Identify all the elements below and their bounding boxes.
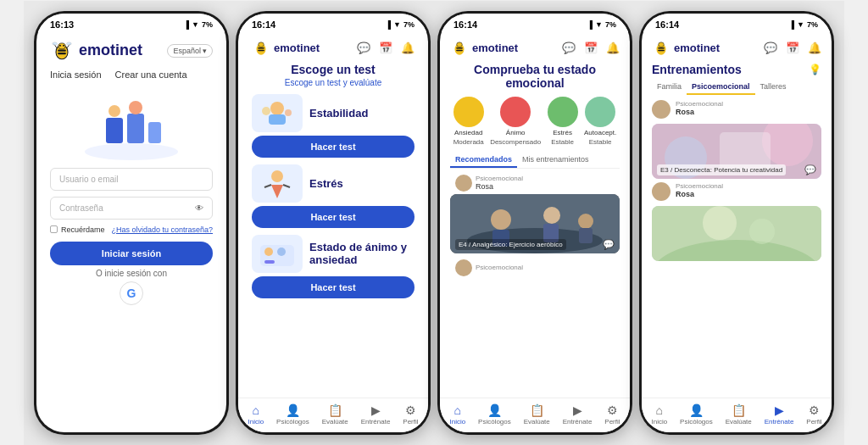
nav-profile-3[interactable]: ⚙ Perfil [604, 403, 620, 426]
test-card-stability: Estabilidad Hacer test [252, 94, 415, 158]
signup-link[interactable]: Crear una cuenta [115, 70, 187, 80]
nav-home-3[interactable]: ⌂ Inicio [449, 403, 465, 426]
signal-icon: ▐ [184, 20, 189, 29]
email-input[interactable]: Usuario o email [50, 168, 213, 191]
nav-profile-4[interactable]: ⚙ Perfil [806, 403, 821, 426]
eye-icon[interactable]: 👁 [195, 203, 203, 213]
emotional-screen: emotinet 💬 📅 🔔 Comprueba tu estado emoci… [440, 32, 630, 398]
comment-icon-t1[interactable]: 💬 [804, 164, 816, 175]
svg-point-4 [58, 42, 65, 48]
calendar-icon-4[interactable]: 📅 [786, 42, 799, 54]
bottom-nav-2: ⌂ Inicio 👤 Psicólogos 📋 Evalúate ▶ Entré… [238, 398, 428, 432]
remember-label: Recuérdame [61, 225, 105, 234]
tab-recommended[interactable]: Recomendados [450, 153, 517, 168]
login-button[interactable]: Iniciar sesión [50, 242, 213, 265]
training-tag-2: Psicoemocional [676, 182, 821, 190]
chat-icon[interactable]: 💬 [357, 42, 370, 54]
remember-checkbox[interactable] [50, 225, 58, 233]
google-signin-button[interactable]: G [50, 281, 213, 305]
nav-evaluate-4[interactable]: 📋 Evalúate [726, 403, 752, 426]
status-icons-3: ▐ ▼ 7% [587, 20, 616, 29]
anxiety-circle [453, 97, 484, 127]
gear-icon-4: ⚙ [809, 403, 820, 417]
or-text: O inicie sesión con [50, 269, 213, 278]
nav-home-2[interactable]: ⌂ Inicio [248, 403, 264, 426]
test-screen-subtitle: Escoge un test y evalúate [252, 78, 415, 87]
login-logo: emotinet Español ▾ [50, 39, 213, 63]
stress-art [256, 166, 298, 200]
training-img-1[interactable]: E3 / Desconecta: Potencia tu creatividad… [652, 124, 821, 179]
emotion-anxiety: Ansiedad Moderada [453, 97, 484, 146]
calendar-icon[interactable]: 📅 [379, 42, 392, 54]
remember-row: Recuérdame ¿Has olvidado tu contraseña? [50, 225, 213, 234]
login-screen: emotinet Español ▾ Inicia sesión Crear u… [36, 32, 226, 432]
nav-evaluate-2[interactable]: 📋 Evalúate [322, 403, 348, 426]
svg-rect-27 [264, 260, 275, 264]
training-img-2[interactable] [652, 206, 821, 261]
training-name-1: Rosa [676, 108, 821, 116]
nav-train-4[interactable]: ▶ Entrénate [765, 403, 794, 426]
svg-rect-11 [127, 114, 144, 143]
nav-train-3[interactable]: ▶ Entrénate [563, 403, 593, 426]
filter-psicoemocional[interactable]: Psicoemocional [687, 80, 755, 95]
header-icons-2: 💬 📅 🔔 [357, 42, 415, 54]
hacer-test-btn-stability[interactable]: Hacer test [252, 136, 415, 158]
header-logo-text-2: emotinet [274, 42, 320, 54]
nav-profile-2[interactable]: ⚙ Perfil [403, 403, 418, 426]
header-icons-4: 💬 📅 🔔 [764, 42, 821, 54]
logo-text: emotinet [79, 42, 142, 59]
clipboard-icon-4: 📋 [732, 403, 746, 417]
forgot-password-link[interactable]: ¿Has olvidado tu contraseña? [111, 225, 213, 234]
chat-icon-4[interactable]: 💬 [764, 42, 777, 54]
time-1: 16:13 [50, 19, 74, 30]
test-screen: emotinet 💬 📅 🔔 Escoge un test Escoge un … [238, 32, 428, 398]
svg-rect-41 [658, 47, 665, 48]
bell-icon-4[interactable]: 🔔 [808, 42, 821, 54]
mood-status: Descompensado [490, 138, 541, 146]
calendar-icon-3[interactable]: 📅 [584, 42, 598, 54]
training-title: Entrenamientos [652, 63, 742, 76]
emotion-stress: Estrés Estable [548, 97, 578, 146]
time-2: 16:14 [252, 19, 275, 30]
anxiety-label: Ansiedad [454, 129, 482, 136]
filter-talleres[interactable]: Talleres [755, 80, 792, 95]
chat-icon-3[interactable]: 💬 [562, 42, 576, 54]
signin-link[interactable]: Inicia sesión [50, 70, 102, 80]
svg-rect-12 [148, 122, 161, 143]
training-tag-1: Psicoemocional [676, 100, 821, 108]
rec-tabs: Recomendados Mis entrenamientos [450, 153, 620, 169]
test-card-stress: Estrés Hacer test [252, 164, 415, 228]
svg-rect-2 [58, 49, 66, 51]
wifi-icon: ▼ [192, 20, 199, 29]
nav-evaluate-3[interactable]: 📋 Evalúate [524, 403, 550, 426]
gear-icon-3: ⚙ [607, 403, 618, 417]
test-card-row-1: Estabilidad [252, 94, 415, 132]
play-icon: ▶ [371, 403, 381, 417]
hacer-test-btn-stress[interactable]: Hacer test [252, 206, 415, 228]
svg-point-9 [85, 143, 178, 160]
lang-selector[interactable]: Español ▾ [167, 44, 213, 58]
mood-circle [500, 97, 531, 127]
comment-icon[interactable]: 💬 [603, 239, 615, 250]
hacer-test-btn-mood[interactable]: Hacer test [252, 276, 415, 298]
nav-psychologists-4[interactable]: 👤 Psicólogos [680, 403, 713, 426]
content-card-1[interactable]: E4 / Analgésico: Ejercicio aeróbico 💬 [450, 194, 620, 253]
header-logo-3: emotinet [450, 39, 518, 58]
tab-my-trainings[interactable]: Mis entrenamientos [517, 153, 594, 168]
svg-rect-17 [258, 49, 264, 51]
status-icons-2: ▐ ▼ 7% [386, 20, 415, 29]
password-input[interactable]: Contraseña 👁 [50, 197, 213, 220]
phone-emotional: 16:14 ▐ ▼ 7% [437, 11, 632, 435]
nav-eval-label-4: Evalúate [726, 418, 752, 426]
status-bar-1: 16:13 ▐ ▼ 7% [36, 14, 226, 32]
nav-home-4[interactable]: ⌂ Inicio [651, 403, 667, 426]
nav-psychologists-2[interactable]: 👤 Psicólogos [276, 403, 309, 426]
filter-familia[interactable]: Familia [652, 80, 687, 95]
nav-train-2[interactable]: ▶ Entrénate [361, 403, 391, 426]
bell-icon[interactable]: 🔔 [401, 42, 415, 54]
bell-icon-3[interactable]: 🔔 [606, 42, 620, 54]
phone-test-select: 16:14 ▐ ▼ 7% [236, 11, 431, 435]
login-art [81, 101, 182, 160]
nav-train-label-3: Entrénate [563, 418, 593, 426]
nav-psychologists-3[interactable]: 👤 Psicólogos [478, 403, 511, 426]
